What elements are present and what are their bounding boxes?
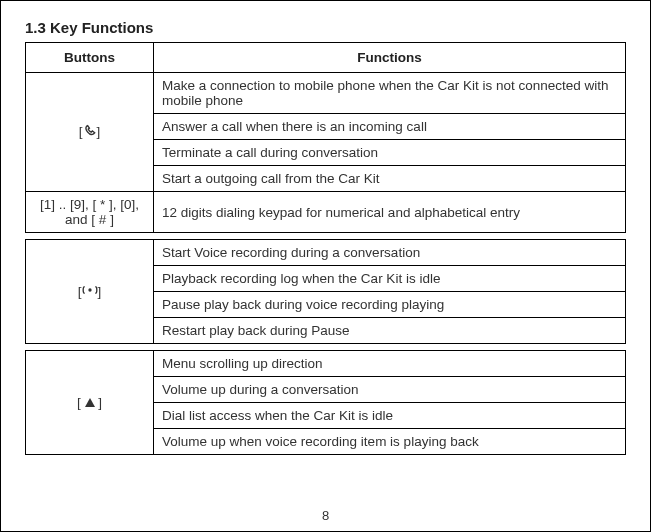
spacer-row xyxy=(26,344,626,351)
function-cell: Volume up during a conversation xyxy=(154,377,626,403)
page-number: 8 xyxy=(1,508,650,523)
button-keypad: [1] .. [9], [ * ], [0], and [ # ] xyxy=(26,192,154,233)
function-cell: Restart play back during Pause xyxy=(154,318,626,344)
button-record: [] xyxy=(26,240,154,344)
record-icon xyxy=(82,284,98,299)
function-cell: Terminate a call during conversation xyxy=(154,140,626,166)
bracket-close: ] xyxy=(95,395,103,410)
triangle-up-icon xyxy=(85,395,95,410)
function-cell: Dial list access when the Car Kit is idl… xyxy=(154,403,626,429)
function-cell: Menu scrolling up direction xyxy=(154,351,626,377)
function-cell: Playback recording log when the Car Kit … xyxy=(154,266,626,292)
key-functions-table: Buttons Functions [] Make a connection t… xyxy=(25,42,626,455)
spacer-row xyxy=(26,233,626,240)
function-cell: Volume up when voice recording item is p… xyxy=(154,429,626,455)
button-up: [ ] xyxy=(26,351,154,455)
phone-icon xyxy=(83,124,97,141)
bracket-close: ] xyxy=(97,124,101,139)
function-cell: 12 digits dialing keypad for numerical a… xyxy=(154,192,626,233)
function-cell: Start a outgoing call from the Car Kit xyxy=(154,166,626,192)
bracket-close: ] xyxy=(98,284,102,299)
function-cell: Make a connection to mobile phone when t… xyxy=(154,73,626,114)
header-buttons: Buttons xyxy=(26,43,154,73)
svg-point-0 xyxy=(88,289,91,292)
function-cell: Answer a call when there is an incoming … xyxy=(154,114,626,140)
header-functions: Functions xyxy=(154,43,626,73)
function-cell: Pause play back during voice recording p… xyxy=(154,292,626,318)
section-title: 1.3 Key Functions xyxy=(25,19,626,36)
button-call: [] xyxy=(26,73,154,192)
bracket-open: [ xyxy=(77,395,85,410)
function-cell: Start Voice recording during a conversat… xyxy=(154,240,626,266)
